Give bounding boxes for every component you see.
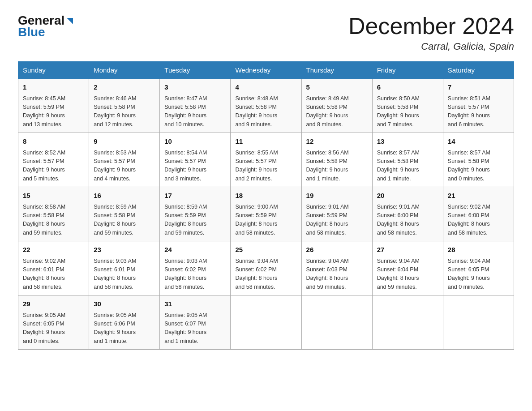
calendar-cell: 28Sunrise: 9:04 AMSunset: 6:05 PMDayligh… bbox=[443, 241, 514, 295]
calendar-cell: 20Sunrise: 9:01 AMSunset: 6:00 PMDayligh… bbox=[372, 187, 443, 241]
calendar-cell bbox=[301, 295, 372, 350]
title-block: December 2024 Carral, Galicia, Spain bbox=[348, 13, 514, 52]
day-info: Sunrise: 8:57 AMSunset: 5:58 PMDaylight:… bbox=[448, 149, 509, 184]
calendar-week-row: 8Sunrise: 8:52 AMSunset: 5:57 PMDaylight… bbox=[18, 133, 514, 187]
calendar-cell: 12Sunrise: 8:56 AMSunset: 5:58 PMDayligh… bbox=[301, 133, 372, 187]
day-info: Sunrise: 8:59 AMSunset: 5:58 PMDaylight:… bbox=[94, 203, 155, 238]
calendar-cell: 17Sunrise: 8:59 AMSunset: 5:59 PMDayligh… bbox=[160, 187, 231, 241]
day-info: Sunrise: 8:51 AMSunset: 5:57 PMDaylight:… bbox=[448, 94, 509, 129]
day-number: 28 bbox=[448, 245, 509, 255]
day-info: Sunrise: 9:01 AMSunset: 6:00 PMDaylight:… bbox=[377, 203, 438, 238]
calendar-cell bbox=[443, 295, 514, 350]
calendar-week-row: 15Sunrise: 8:58 AMSunset: 5:58 PMDayligh… bbox=[18, 187, 514, 241]
day-number: 9 bbox=[94, 137, 155, 147]
day-info: Sunrise: 8:52 AMSunset: 5:57 PMDaylight:… bbox=[23, 149, 84, 184]
weekday-header-tuesday: Tuesday bbox=[160, 62, 231, 79]
svg-marker-0 bbox=[67, 18, 73, 24]
page-header: General Blue December 2024 Carral, Galic… bbox=[18, 13, 514, 52]
day-number: 27 bbox=[377, 245, 438, 255]
weekday-header-saturday: Saturday bbox=[443, 62, 514, 79]
calendar-cell: 14Sunrise: 8:57 AMSunset: 5:58 PMDayligh… bbox=[443, 133, 514, 187]
calendar-cell: 22Sunrise: 9:02 AMSunset: 6:01 PMDayligh… bbox=[18, 241, 89, 295]
day-info: Sunrise: 9:04 AMSunset: 6:03 PMDaylight:… bbox=[306, 257, 368, 292]
day-info: Sunrise: 9:03 AMSunset: 6:01 PMDaylight:… bbox=[94, 257, 155, 292]
day-number: 24 bbox=[164, 245, 226, 255]
weekday-header-friday: Friday bbox=[372, 62, 443, 79]
day-info: Sunrise: 9:02 AMSunset: 6:00 PMDaylight:… bbox=[448, 203, 509, 238]
day-info: Sunrise: 8:48 AMSunset: 5:58 PMDaylight:… bbox=[235, 94, 296, 129]
day-number: 31 bbox=[164, 299, 226, 309]
day-number: 21 bbox=[448, 191, 509, 201]
weekday-header-sunday: Sunday bbox=[18, 62, 89, 79]
day-number: 20 bbox=[377, 191, 438, 201]
weekday-header-monday: Monday bbox=[89, 62, 160, 79]
day-info: Sunrise: 8:45 AMSunset: 5:59 PMDaylight:… bbox=[23, 94, 84, 129]
day-number: 12 bbox=[306, 137, 368, 147]
calendar-cell: 15Sunrise: 8:58 AMSunset: 5:58 PMDayligh… bbox=[18, 187, 89, 241]
calendar-cell: 16Sunrise: 8:59 AMSunset: 5:58 PMDayligh… bbox=[89, 187, 160, 241]
calendar-cell: 26Sunrise: 9:04 AMSunset: 6:03 PMDayligh… bbox=[301, 241, 372, 295]
calendar-cell: 6Sunrise: 8:50 AMSunset: 5:58 PMDaylight… bbox=[372, 79, 443, 133]
day-number: 26 bbox=[306, 245, 368, 255]
day-number: 10 bbox=[164, 137, 226, 147]
calendar-cell: 5Sunrise: 8:49 AMSunset: 5:58 PMDaylight… bbox=[301, 79, 372, 133]
day-info: Sunrise: 9:01 AMSunset: 5:59 PMDaylight:… bbox=[306, 203, 368, 238]
location-subtitle: Carral, Galicia, Spain bbox=[348, 41, 514, 52]
calendar-cell: 23Sunrise: 9:03 AMSunset: 6:01 PMDayligh… bbox=[89, 241, 160, 295]
weekday-header-row: SundayMondayTuesdayWednesdayThursdayFrid… bbox=[18, 62, 514, 79]
calendar-cell: 13Sunrise: 8:57 AMSunset: 5:58 PMDayligh… bbox=[372, 133, 443, 187]
day-number: 30 bbox=[94, 299, 155, 309]
calendar-week-row: 1Sunrise: 8:45 AMSunset: 5:59 PMDaylight… bbox=[18, 79, 514, 133]
calendar-cell: 25Sunrise: 9:04 AMSunset: 6:02 PMDayligh… bbox=[231, 241, 301, 295]
day-info: Sunrise: 9:00 AMSunset: 5:59 PMDaylight:… bbox=[235, 203, 296, 238]
calendar-cell: 9Sunrise: 8:53 AMSunset: 5:57 PMDaylight… bbox=[89, 133, 160, 187]
day-number: 15 bbox=[23, 191, 84, 201]
day-number: 6 bbox=[377, 82, 438, 93]
day-info: Sunrise: 8:59 AMSunset: 5:59 PMDaylight:… bbox=[164, 203, 226, 238]
day-info: Sunrise: 8:55 AMSunset: 5:57 PMDaylight:… bbox=[235, 149, 296, 184]
calendar-cell: 27Sunrise: 9:04 AMSunset: 6:04 PMDayligh… bbox=[372, 241, 443, 295]
day-number: 4 bbox=[235, 82, 296, 93]
calendar-cell: 8Sunrise: 8:52 AMSunset: 5:57 PMDaylight… bbox=[18, 133, 89, 187]
day-info: Sunrise: 9:05 AMSunset: 6:06 PMDaylight:… bbox=[94, 311, 155, 346]
day-info: Sunrise: 8:46 AMSunset: 5:58 PMDaylight:… bbox=[94, 94, 155, 129]
calendar-cell: 2Sunrise: 8:46 AMSunset: 5:58 PMDaylight… bbox=[89, 79, 160, 133]
logo-blue-text: Blue bbox=[18, 25, 45, 39]
day-number: 25 bbox=[235, 245, 296, 255]
day-number: 29 bbox=[23, 299, 84, 309]
calendar-table: SundayMondayTuesdayWednesdayThursdayFrid… bbox=[18, 61, 514, 350]
logo: General Blue bbox=[18, 13, 75, 39]
calendar-cell: 21Sunrise: 9:02 AMSunset: 6:00 PMDayligh… bbox=[443, 187, 514, 241]
day-info: Sunrise: 8:53 AMSunset: 5:57 PMDaylight:… bbox=[94, 149, 155, 184]
calendar-cell: 19Sunrise: 9:01 AMSunset: 5:59 PMDayligh… bbox=[301, 187, 372, 241]
day-info: Sunrise: 8:50 AMSunset: 5:58 PMDaylight:… bbox=[377, 94, 438, 129]
calendar-cell: 11Sunrise: 8:55 AMSunset: 5:57 PMDayligh… bbox=[231, 133, 301, 187]
day-info: Sunrise: 9:05 AMSunset: 6:05 PMDaylight:… bbox=[23, 311, 84, 346]
calendar-cell: 4Sunrise: 8:48 AMSunset: 5:58 PMDaylight… bbox=[231, 79, 301, 133]
month-title: December 2024 bbox=[348, 13, 514, 39]
day-info: Sunrise: 8:57 AMSunset: 5:58 PMDaylight:… bbox=[377, 149, 438, 184]
calendar-cell: 31Sunrise: 9:05 AMSunset: 6:07 PMDayligh… bbox=[160, 295, 231, 350]
day-number: 7 bbox=[448, 82, 509, 93]
day-number: 18 bbox=[235, 191, 296, 201]
calendar-cell: 18Sunrise: 9:00 AMSunset: 5:59 PMDayligh… bbox=[231, 187, 301, 241]
calendar-cell bbox=[372, 295, 443, 350]
day-number: 17 bbox=[164, 191, 226, 201]
day-number: 14 bbox=[448, 137, 509, 147]
calendar-week-row: 22Sunrise: 9:02 AMSunset: 6:01 PMDayligh… bbox=[18, 241, 514, 295]
day-info: Sunrise: 8:49 AMSunset: 5:58 PMDaylight:… bbox=[306, 94, 368, 129]
day-number: 13 bbox=[377, 137, 438, 147]
day-info: Sunrise: 8:56 AMSunset: 5:58 PMDaylight:… bbox=[306, 149, 368, 184]
day-number: 8 bbox=[23, 137, 84, 147]
weekday-header-thursday: Thursday bbox=[301, 62, 372, 79]
day-info: Sunrise: 9:04 AMSunset: 6:02 PMDaylight:… bbox=[235, 257, 296, 292]
calendar-cell: 1Sunrise: 8:45 AMSunset: 5:59 PMDaylight… bbox=[18, 79, 89, 133]
weekday-header-wednesday: Wednesday bbox=[231, 62, 301, 79]
day-info: Sunrise: 9:04 AMSunset: 6:04 PMDaylight:… bbox=[377, 257, 438, 292]
day-number: 2 bbox=[94, 82, 155, 93]
calendar-cell: 7Sunrise: 8:51 AMSunset: 5:57 PMDaylight… bbox=[443, 79, 514, 133]
day-number: 23 bbox=[94, 245, 155, 255]
day-number: 1 bbox=[23, 82, 84, 93]
day-info: Sunrise: 9:05 AMSunset: 6:07 PMDaylight:… bbox=[164, 311, 226, 346]
calendar-week-row: 29Sunrise: 9:05 AMSunset: 6:05 PMDayligh… bbox=[18, 295, 514, 350]
